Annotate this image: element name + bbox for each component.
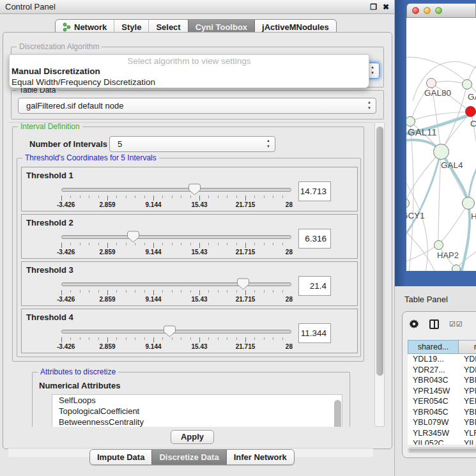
table-cell[interactable]: YDL1 [459, 354, 476, 365]
network-window-titlebar[interactable] [406, 3, 476, 18]
list-scrollbar[interactable] [334, 400, 341, 427]
node-gal80[interactable] [426, 78, 436, 88]
list-item[interactable]: BetweennessCentrality [52, 417, 342, 427]
close-traffic-light-icon[interactable] [412, 7, 419, 14]
node-highlighted-red[interactable] [465, 106, 476, 117]
threshold-value-field[interactable]: 21.4 [298, 276, 331, 296]
node-top-right[interactable] [462, 79, 472, 89]
table-cell[interactable]: YDR2 [459, 365, 476, 376]
node-table[interactable]: shared... name YDL19... YDL1 YDR27... YD… [408, 340, 476, 442]
tab-impute-data[interactable]: Impute Data [90, 450, 151, 464]
number-of-intervals-select[interactable]: 5 ▲▼ [109, 136, 275, 152]
close-icon[interactable]: ✖ [383, 3, 389, 12]
table-row[interactable]: YBR045C YBR0 [408, 407, 476, 418]
tab-jactivemnodules-label: jActiveMNodules [262, 22, 329, 32]
gear-icon[interactable] [409, 319, 419, 329]
threshold-value-field[interactable]: 6.316 [298, 229, 331, 249]
dropdown-placeholder-item[interactable]: Select algorithm to view settings [10, 55, 369, 66]
bottom-tabbar: Impute Data Discretize Data Infer Networ… [89, 449, 295, 465]
table-cell[interactable]: YIL0 [459, 438, 476, 445]
float-window-icon[interactable]: ❐ [370, 3, 377, 12]
slider-track[interactable] [61, 235, 291, 239]
threshold-label: Threshold 2 [26, 218, 73, 227]
threshold-panel: Threshold 1 -3.426 2.859 9.144 [21, 167, 358, 211]
table-horizontal-scrollbar[interactable] [408, 447, 476, 453]
node-bottom-cut[interactable] [452, 265, 461, 271]
threshold-value-field[interactable]: 14.713 [298, 181, 331, 201]
table-cell[interactable]: YLR345W [408, 428, 459, 439]
dropdown-item-equal-width-frequency[interactable]: Equal Width/Frequency Discretization [10, 77, 369, 88]
node-label-gal11: GAL11 [408, 127, 437, 137]
numerical-attributes-list[interactable]: SelfLoops TopologicalCoefficient Between… [52, 394, 342, 427]
threshold-slider[interactable]: -3.426 2.859 9.144 15.43 21.715 28 [61, 230, 291, 256]
table-cell[interactable]: YBR0 [459, 375, 476, 386]
table-cell[interactable]: YBR045C [408, 407, 459, 418]
tab-infer-network[interactable]: Infer Network [226, 450, 294, 464]
number-of-intervals-value: 5 [118, 139, 122, 149]
table-hscroll-thumb[interactable] [409, 449, 476, 452]
node-h[interactable] [462, 197, 475, 210]
table-row[interactable]: YDR27... YDR2 [408, 365, 476, 376]
slider-handle[interactable] [164, 325, 176, 337]
table-cell[interactable]: YER0 [459, 396, 476, 407]
slider-track[interactable] [61, 282, 291, 286]
table-row[interactable]: YER054C YER0 [408, 396, 476, 407]
table-row[interactable]: YBL079W YBL0 [408, 417, 476, 428]
threshold-slider[interactable]: -3.426 2.859 9.144 15.43 21.715 28 [61, 325, 291, 350]
table-cell[interactable]: YLR3 [459, 428, 476, 439]
slider-track[interactable] [61, 330, 291, 334]
column-layout-icon[interactable] [429, 319, 439, 329]
table-cell[interactable]: YER054C [408, 396, 459, 407]
attributes-group-title: Attributes to discretize [38, 367, 118, 376]
slider-handle[interactable] [237, 278, 249, 290]
threshold-slider[interactable]: -3.426 2.859 9.144 15.43 21.715 28 [61, 277, 291, 303]
scale-label: 28 [286, 201, 293, 208]
node-label-cut: GA [468, 92, 476, 102]
table-row[interactable]: YIL052C YIL0 [408, 438, 476, 445]
network-canvas[interactable]: GAL80 GA C GAL11 GAL4 GCY1 H HAP2 [406, 18, 476, 271]
column-header-shared[interactable]: shared... [408, 340, 459, 354]
slider-ticks [61, 196, 291, 201]
slider-track[interactable] [61, 188, 291, 192]
scale-label: 21.715 [236, 249, 256, 256]
node-hap2[interactable] [434, 240, 443, 250]
table-row[interactable]: YBR043C YBR0 [408, 375, 476, 386]
threshold-slider[interactable]: -3.426 2.859 9.144 15.43 21.715 28 [61, 183, 291, 208]
table-cell[interactable]: YBL079W [408, 417, 459, 428]
table-row[interactable]: YPR145W YPR1 [408, 386, 476, 397]
list-item[interactable]: SelfLoops [52, 395, 342, 406]
minimize-traffic-light-icon[interactable] [424, 7, 431, 14]
dropdown-item-manual-discretization[interactable]: Manual Discretization [10, 66, 369, 77]
table-data-select[interactable]: galFiltered.sif default node ▲▼ [18, 98, 376, 114]
scale-label: 9.144 [145, 249, 161, 256]
table-cell[interactable]: YBR043C [408, 375, 459, 386]
threshold-value-field[interactable]: 11.344 [298, 323, 331, 343]
table-cell[interactable]: YPR145W [408, 386, 459, 397]
vertical-scrollbar[interactable] [374, 122, 385, 427]
apply-button[interactable]: Apply [171, 430, 214, 444]
slider-scale: -3.426 2.859 9.144 15.43 21.715 28 [61, 296, 291, 303]
settings-scroll-area: Interval Definition Number of Intervals … [8, 122, 373, 427]
vertical-scrollbar-thumb[interactable] [376, 127, 383, 376]
table-row[interactable]: YDL19... YDL1 [408, 354, 476, 365]
slider-scale: -3.426 2.859 9.144 15.43 21.715 28 [61, 343, 291, 351]
table-data-selected-value: galFiltered.sif default node [26, 101, 123, 111]
checkbox-icons[interactable]: ☑☑ [449, 320, 463, 328]
column-header-name[interactable]: name [459, 340, 476, 354]
node-gal4[interactable] [433, 144, 449, 160]
scale-label: 15.43 [191, 296, 207, 303]
discretization-algorithm-group-title: Discretization Algorithm [17, 42, 102, 51]
table-cell[interactable]: YBR0 [459, 407, 476, 418]
list-item[interactable]: TopologicalCoefficient [52, 406, 342, 417]
table-row[interactable]: YLR345W YLR3 [408, 428, 476, 439]
algorithm-dropdown-popup: Select algorithm to view settings Manual… [9, 54, 369, 88]
slider-handle[interactable] [188, 183, 201, 196]
slider-handle[interactable] [127, 231, 139, 243]
table-cell[interactable]: YDL19... [408, 354, 459, 365]
zoom-traffic-light-icon[interactable] [435, 7, 442, 14]
table-cell[interactable]: YPR1 [459, 386, 476, 397]
table-cell[interactable]: YBL0 [459, 417, 476, 428]
tab-discretize-data[interactable]: Discretize Data [151, 450, 226, 464]
table-cell[interactable]: YDR27... [408, 365, 459, 376]
table-cell[interactable]: YIL052C [408, 438, 459, 445]
